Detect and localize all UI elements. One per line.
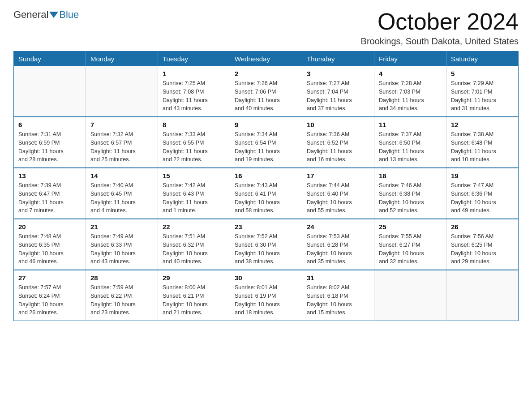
- calendar-cell: 28Sunrise: 7:59 AM Sunset: 6:22 PM Dayli…: [86, 270, 158, 321]
- day-number: 14: [90, 172, 153, 180]
- logo-blue-text: Blue: [59, 9, 79, 21]
- day-info: Sunrise: 7:34 AM Sunset: 6:54 PM Dayligh…: [235, 130, 297, 164]
- calendar-cell: 24Sunrise: 7:53 AM Sunset: 6:28 PM Dayli…: [302, 219, 374, 270]
- day-info: Sunrise: 7:57 AM Sunset: 6:24 PM Dayligh…: [18, 283, 81, 317]
- calendar-cell: 22Sunrise: 7:51 AM Sunset: 6:32 PM Dayli…: [158, 219, 230, 270]
- day-info: Sunrise: 7:38 AM Sunset: 6:48 PM Dayligh…: [451, 130, 514, 164]
- day-info: Sunrise: 7:37 AM Sunset: 6:50 PM Dayligh…: [379, 130, 442, 164]
- day-number: 2: [235, 70, 297, 77]
- day-info: Sunrise: 7:59 AM Sunset: 6:22 PM Dayligh…: [90, 283, 153, 317]
- day-info: Sunrise: 7:40 AM Sunset: 6:45 PM Dayligh…: [90, 181, 153, 215]
- calendar-cell: 18Sunrise: 7:46 AM Sunset: 6:38 PM Dayli…: [374, 168, 446, 219]
- calendar-cell: 8Sunrise: 7:33 AM Sunset: 6:55 PM Daylig…: [158, 117, 230, 168]
- day-number: 20: [18, 223, 81, 231]
- calendar-cell: 27Sunrise: 7:57 AM Sunset: 6:24 PM Dayli…: [14, 270, 86, 321]
- week-row-1: 1Sunrise: 7:25 AM Sunset: 7:08 PM Daylig…: [14, 66, 519, 117]
- calendar-cell: 5Sunrise: 7:29 AM Sunset: 7:01 PM Daylig…: [446, 66, 519, 117]
- day-info: Sunrise: 7:48 AM Sunset: 6:35 PM Dayligh…: [18, 232, 81, 266]
- day-number: 24: [307, 223, 369, 231]
- calendar-cell: 31Sunrise: 8:02 AM Sunset: 6:18 PM Dayli…: [302, 270, 374, 321]
- calendar-cell: 23Sunrise: 7:52 AM Sunset: 6:30 PM Dayli…: [230, 219, 302, 270]
- calendar-cell: 20Sunrise: 7:48 AM Sunset: 6:35 PM Dayli…: [14, 219, 86, 270]
- calendar-cell: 2Sunrise: 7:26 AM Sunset: 7:06 PM Daylig…: [230, 66, 302, 117]
- day-number: 8: [163, 121, 225, 128]
- day-info: Sunrise: 7:42 AM Sunset: 6:43 PM Dayligh…: [163, 181, 225, 215]
- calendar-header: SundayMondayTuesdayWednesdayThursdayFrid…: [14, 51, 519, 67]
- day-number: 17: [307, 172, 369, 180]
- day-number: 4: [379, 70, 442, 77]
- day-info: Sunrise: 7:44 AM Sunset: 6:40 PM Dayligh…: [307, 181, 369, 215]
- day-info: Sunrise: 7:39 AM Sunset: 6:47 PM Dayligh…: [18, 181, 81, 215]
- calendar-cell: 13Sunrise: 7:39 AM Sunset: 6:47 PM Dayli…: [14, 168, 86, 219]
- day-info: Sunrise: 7:33 AM Sunset: 6:55 PM Dayligh…: [163, 130, 225, 164]
- calendar-cell: 25Sunrise: 7:55 AM Sunset: 6:27 PM Dayli…: [374, 219, 446, 270]
- day-number: 7: [90, 121, 153, 128]
- calendar-cell: 6Sunrise: 7:31 AM Sunset: 6:59 PM Daylig…: [14, 117, 86, 168]
- calendar-cell: 3Sunrise: 7:27 AM Sunset: 7:04 PM Daylig…: [302, 66, 374, 117]
- day-header-friday: Friday: [374, 51, 446, 67]
- calendar-body: 1Sunrise: 7:25 AM Sunset: 7:08 PM Daylig…: [14, 66, 519, 321]
- day-info: Sunrise: 7:47 AM Sunset: 6:36 PM Dayligh…: [451, 181, 514, 215]
- day-info: Sunrise: 7:25 AM Sunset: 7:08 PM Dayligh…: [163, 79, 225, 113]
- calendar-cell: [86, 66, 158, 117]
- day-info: Sunrise: 7:43 AM Sunset: 6:41 PM Dayligh…: [235, 181, 297, 215]
- calendar-cell: 19Sunrise: 7:47 AM Sunset: 6:36 PM Dayli…: [446, 168, 519, 219]
- calendar-cell: 4Sunrise: 7:28 AM Sunset: 7:03 PM Daylig…: [374, 66, 446, 117]
- week-row-3: 13Sunrise: 7:39 AM Sunset: 6:47 PM Dayli…: [14, 168, 519, 219]
- week-row-2: 6Sunrise: 7:31 AM Sunset: 6:59 PM Daylig…: [14, 117, 519, 168]
- day-info: Sunrise: 7:31 AM Sunset: 6:59 PM Dayligh…: [18, 130, 81, 164]
- calendar-cell: 26Sunrise: 7:56 AM Sunset: 6:25 PM Dayli…: [446, 219, 519, 270]
- calendar-cell: 9Sunrise: 7:34 AM Sunset: 6:54 PM Daylig…: [230, 117, 302, 168]
- calendar-cell: 15Sunrise: 7:42 AM Sunset: 6:43 PM Dayli…: [158, 168, 230, 219]
- day-number: 22: [163, 223, 225, 231]
- day-number: 27: [18, 274, 81, 282]
- day-header-thursday: Thursday: [302, 51, 374, 67]
- calendar-table: SundayMondayTuesdayWednesdayThursdayFrid…: [13, 51, 519, 321]
- day-number: 6: [18, 121, 81, 128]
- day-number: 13: [18, 172, 81, 180]
- calendar-cell: 30Sunrise: 8:01 AM Sunset: 6:19 PM Dayli…: [230, 270, 302, 321]
- day-header-tuesday: Tuesday: [158, 51, 230, 67]
- day-info: Sunrise: 7:55 AM Sunset: 6:27 PM Dayligh…: [379, 232, 442, 266]
- day-header-saturday: Saturday: [446, 51, 519, 67]
- calendar-cell: 14Sunrise: 7:40 AM Sunset: 6:45 PM Dayli…: [86, 168, 158, 219]
- logo-general-text: General: [13, 9, 48, 21]
- calendar-cell: 10Sunrise: 7:36 AM Sunset: 6:52 PM Dayli…: [302, 117, 374, 168]
- day-header-sunday: Sunday: [14, 51, 86, 67]
- day-number: 30: [235, 274, 297, 282]
- calendar-cell: 17Sunrise: 7:44 AM Sunset: 6:40 PM Dayli…: [302, 168, 374, 219]
- day-info: Sunrise: 7:28 AM Sunset: 7:03 PM Dayligh…: [379, 79, 442, 113]
- week-row-5: 27Sunrise: 7:57 AM Sunset: 6:24 PM Dayli…: [14, 270, 519, 321]
- day-number: 1: [163, 70, 225, 77]
- page-header: General Blue October 2024 Brookings, Sou…: [13, 9, 519, 47]
- day-number: 23: [235, 223, 297, 231]
- day-number: 11: [379, 121, 442, 128]
- day-header-monday: Monday: [86, 51, 158, 67]
- day-info: Sunrise: 8:01 AM Sunset: 6:19 PM Dayligh…: [235, 283, 297, 317]
- day-header-wednesday: Wednesday: [230, 51, 302, 67]
- day-number: 19: [451, 172, 514, 180]
- location-subtitle: Brookings, South Dakota, United States: [361, 36, 519, 47]
- logo: General Blue: [13, 9, 79, 21]
- month-title: October 2024: [361, 9, 519, 34]
- day-info: Sunrise: 7:26 AM Sunset: 7:06 PM Dayligh…: [235, 79, 297, 113]
- day-info: Sunrise: 7:36 AM Sunset: 6:52 PM Dayligh…: [307, 130, 369, 164]
- day-info: Sunrise: 7:27 AM Sunset: 7:04 PM Dayligh…: [307, 79, 369, 113]
- calendar-cell: [446, 270, 519, 321]
- day-info: Sunrise: 7:52 AM Sunset: 6:30 PM Dayligh…: [235, 232, 297, 266]
- day-number: 5: [451, 70, 514, 77]
- day-info: Sunrise: 7:53 AM Sunset: 6:28 PM Dayligh…: [307, 232, 369, 266]
- day-number: 26: [451, 223, 514, 231]
- calendar-cell: 29Sunrise: 8:00 AM Sunset: 6:21 PM Dayli…: [158, 270, 230, 321]
- calendar-cell: [14, 66, 86, 117]
- day-number: 25: [379, 223, 442, 231]
- day-number: 31: [307, 274, 369, 282]
- day-number: 16: [235, 172, 297, 180]
- day-number: 21: [90, 223, 153, 231]
- calendar-cell: 7Sunrise: 7:32 AM Sunset: 6:57 PM Daylig…: [86, 117, 158, 168]
- calendar-cell: 12Sunrise: 7:38 AM Sunset: 6:48 PM Dayli…: [446, 117, 519, 168]
- day-number: 9: [235, 121, 297, 128]
- calendar-cell: 21Sunrise: 7:49 AM Sunset: 6:33 PM Dayli…: [86, 219, 158, 270]
- day-number: 29: [163, 274, 225, 282]
- logo-arrow-icon: [49, 12, 58, 18]
